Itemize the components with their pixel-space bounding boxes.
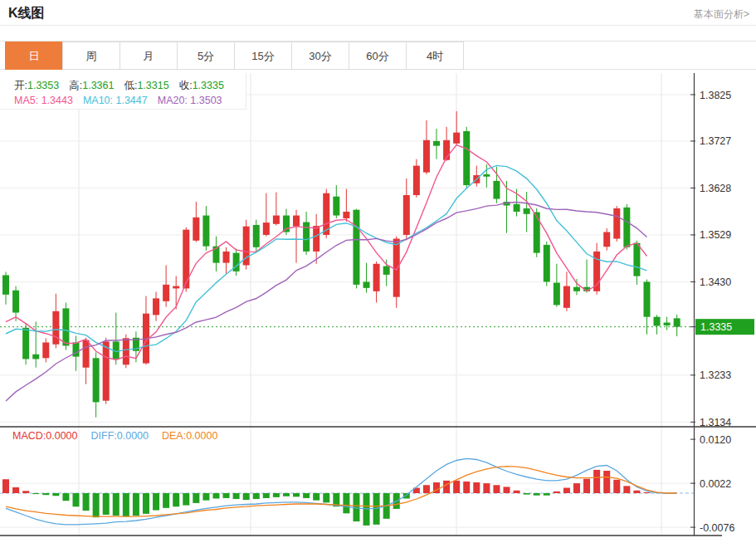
candle-body xyxy=(42,342,49,358)
tab-日[interactable]: 日 xyxy=(5,42,63,70)
candle-body xyxy=(493,181,500,199)
tab-60分[interactable]: 60分 xyxy=(349,42,407,70)
ohlc-item: 开:1.3353 xyxy=(14,80,59,91)
macd-bar xyxy=(343,493,349,513)
candle-body xyxy=(664,323,671,325)
macd-bar xyxy=(202,493,209,501)
macd-bar xyxy=(52,493,59,496)
macd-bar xyxy=(113,493,119,516)
tab-5分[interactable]: 5分 xyxy=(177,42,235,70)
macd-bar xyxy=(83,493,90,511)
tab-30分[interactable]: 30分 xyxy=(291,42,349,70)
macd-bar xyxy=(514,491,520,493)
macd-bar xyxy=(524,493,530,495)
macd-bar xyxy=(554,492,560,493)
macd-bar xyxy=(573,483,580,493)
candle-body xyxy=(123,338,129,364)
current-price-label: 1.3335 xyxy=(700,321,732,333)
macd-bar xyxy=(62,493,69,501)
candle-body xyxy=(453,133,460,144)
macd-bar xyxy=(103,493,110,515)
ohlc-item: 高:1.3361 xyxy=(69,80,114,91)
candle-body xyxy=(633,243,640,276)
macd-bar xyxy=(443,481,450,493)
tab-15分[interactable]: 15分 xyxy=(234,42,292,70)
tab-周[interactable]: 周 xyxy=(62,42,120,70)
y-axis-tick-label: 1.3825 xyxy=(700,90,731,101)
macd-bar xyxy=(133,493,139,516)
candle-body xyxy=(463,131,470,185)
candle-body xyxy=(173,286,179,289)
candle-body xyxy=(103,341,110,400)
tab-4时[interactable]: 4时 xyxy=(406,42,464,70)
header: K线图 基本面分析> xyxy=(0,0,756,26)
candle-body xyxy=(193,218,199,241)
macd-legend: MACD:0.0000DIFF:0.0000DEA:0.0000 xyxy=(12,430,231,442)
macd-bar xyxy=(183,493,189,506)
ohlc-item: 收:1.3335 xyxy=(179,80,224,91)
macd-bar xyxy=(123,493,129,516)
chart-area[interactable]: 1.38251.37271.36281.35291.34301.32331.31… xyxy=(0,73,756,538)
macd-bar xyxy=(293,493,300,496)
macd-bar xyxy=(212,493,219,498)
candle-body xyxy=(62,308,69,345)
ma-item: MA10: 1.3447 xyxy=(83,95,148,106)
macd-bar xyxy=(93,493,100,517)
y-axis-tick-label: 1.3529 xyxy=(700,229,731,241)
candle-body xyxy=(483,174,490,177)
candle-body xyxy=(83,340,90,368)
macd-bar xyxy=(313,493,319,501)
candle-body xyxy=(563,286,570,308)
macd-bar xyxy=(243,493,250,500)
macd-bar xyxy=(583,479,590,493)
tab-月[interactable]: 月 xyxy=(119,42,178,70)
candle-body xyxy=(223,252,230,263)
macd-bar xyxy=(2,479,9,493)
candle-body xyxy=(163,285,169,301)
candle-body xyxy=(623,208,630,247)
candle-body xyxy=(202,216,209,247)
macd-bar xyxy=(32,493,39,494)
candle-body xyxy=(283,216,290,232)
candle-body xyxy=(514,204,520,212)
macd-legend-item: DIFF:0.0000 xyxy=(91,430,149,442)
candle-body xyxy=(263,223,270,235)
candle-body xyxy=(524,208,530,214)
macd-bar xyxy=(453,481,460,493)
kline-widget: K线图 基本面分析> 日周月5分15分30分60分4时 1.38251.3727… xyxy=(0,0,756,538)
candle-body xyxy=(93,358,100,402)
macd-bar xyxy=(613,480,620,493)
y-axis-tick-label: 1.3233 xyxy=(700,369,731,381)
macd-bar xyxy=(563,488,570,493)
y-axis-tick-label: 1.3628 xyxy=(700,183,731,194)
macd-bar xyxy=(143,493,149,514)
candle-body xyxy=(373,264,380,291)
ohlc-ma-legend: 开:1.3353高:1.3361低:1.3315收:1.3335MA5: 1.3… xyxy=(0,73,246,110)
ma-item: MA5: 1.3443 xyxy=(14,95,73,106)
page-title: K线图 xyxy=(8,5,45,22)
macd-bar xyxy=(623,486,630,493)
macd-bar xyxy=(633,491,640,493)
macd-bar xyxy=(643,492,650,493)
kline-macd-canvas[interactable]: 1.38251.37271.36281.35291.34301.32331.31… xyxy=(0,73,756,538)
macd-bar xyxy=(534,493,540,496)
timeframe-tabs: 日周月5分15分30分60分4时 xyxy=(0,41,756,70)
macd-bar xyxy=(603,471,610,493)
candle-body xyxy=(52,311,59,345)
macd-bar xyxy=(593,470,600,493)
candle-body xyxy=(32,355,39,359)
macd-legend-item: MACD:0.0000 xyxy=(12,430,78,442)
candle-body xyxy=(2,275,9,294)
macd-bar xyxy=(283,493,290,496)
macd-axis-tick-label: 0.0120 xyxy=(700,434,731,446)
candle-body xyxy=(383,267,390,275)
candle-body xyxy=(273,216,280,224)
fundamental-analysis-link[interactable]: 基本面分析> xyxy=(694,7,749,22)
candle-body xyxy=(674,318,680,326)
macd-bar xyxy=(463,482,470,493)
macd-bar xyxy=(153,493,159,511)
ma-item: MA20: 1.3503 xyxy=(158,95,222,106)
macd-bar xyxy=(22,491,29,493)
candle-body xyxy=(303,223,310,252)
candle-body xyxy=(353,210,359,285)
